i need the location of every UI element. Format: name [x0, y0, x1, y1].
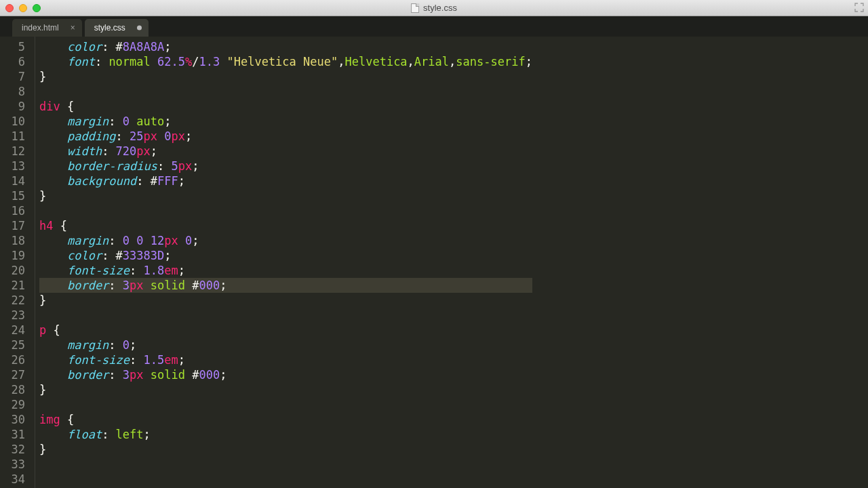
code-line[interactable]: } [39, 293, 532, 308]
code-line[interactable] [39, 308, 532, 323]
line-number: 25 [0, 338, 25, 352]
code-line[interactable]: margin: 0 auto; [39, 114, 532, 129]
line-number: 34 [0, 472, 25, 487]
line-number: 27 [0, 367, 25, 382]
line-number-gutter: 5678910111213141516171819202122232425262… [0, 37, 35, 488]
code-line[interactable]: width: 720px; [39, 144, 532, 159]
line-number: 22 [0, 293, 25, 308]
line-number: 33 [0, 457, 25, 472]
code-line[interactable] [39, 397, 532, 412]
line-number: 13 [0, 159, 25, 174]
code-line[interactable] [39, 457, 532, 472]
line-number: 14 [0, 174, 25, 188]
line-number: 16 [0, 203, 25, 218]
tab-index-html[interactable]: index.html × [12, 19, 82, 37]
zoom-icon[interactable] [33, 4, 41, 12]
code-line[interactable]: color: #8A8A8A; [39, 39, 532, 54]
code-line[interactable]: border-radius: 5px; [39, 159, 532, 174]
code-line[interactable]: img { [39, 412, 532, 427]
line-number: 26 [0, 352, 25, 367]
tab-bar: index.html × style.css [0, 16, 868, 37]
code-editor[interactable]: 5678910111213141516171819202122232425262… [0, 37, 868, 488]
code-line[interactable]: } [39, 188, 532, 203]
expand-icon[interactable] [854, 3, 864, 12]
tab-style-css[interactable]: style.css [85, 19, 149, 37]
line-number: 7 [0, 69, 25, 84]
window-title: style.css [411, 3, 457, 13]
code-line[interactable]: color: #33383D; [39, 248, 532, 263]
line-number: 6 [0, 54, 25, 69]
code-line[interactable]: border: 3px solid #000; [39, 367, 532, 382]
line-number: 11 [0, 129, 25, 144]
line-number: 21 [0, 278, 25, 293]
code-line[interactable]: font-size: 1.8em; [39, 263, 532, 278]
line-number: 17 [0, 218, 25, 233]
code-line[interactable] [39, 472, 532, 487]
line-number: 23 [0, 308, 25, 323]
code-line[interactable]: padding: 25px 0px; [39, 129, 532, 144]
tab-label: style.css [94, 23, 125, 33]
window-title-text: style.css [423, 3, 457, 13]
tab-label: index.html [22, 23, 59, 33]
code-line[interactable]: } [39, 442, 532, 457]
dirty-dot-icon [137, 26, 142, 30]
code-area[interactable]: color: #8A8A8A; font: normal 62.5%/1.3 "… [35, 37, 532, 488]
close-icon[interactable] [5, 4, 14, 12]
line-number: 29 [0, 397, 25, 412]
code-line[interactable]: } [39, 69, 532, 84]
line-number: 28 [0, 382, 25, 397]
line-number: 12 [0, 144, 25, 159]
code-line[interactable]: font: normal 62.5%/1.3 "Helvetica Neue",… [39, 54, 532, 69]
code-line[interactable]: font-size: 1.5em; [39, 352, 532, 367]
minimize-icon[interactable] [19, 4, 27, 12]
line-number: 20 [0, 263, 25, 278]
code-line[interactable]: } [39, 382, 532, 397]
line-number: 9 [0, 99, 25, 114]
code-line[interactable]: margin: 0 0 12px 0; [39, 233, 532, 248]
line-number: 19 [0, 248, 25, 263]
code-line[interactable]: margin: 0; [39, 338, 532, 352]
line-number: 24 [0, 323, 25, 338]
line-number: 32 [0, 442, 25, 457]
code-line[interactable]: float: left; [39, 427, 532, 442]
document-icon [411, 3, 419, 13]
code-line[interactable] [39, 84, 532, 99]
line-number: 5 [0, 39, 25, 54]
line-number: 18 [0, 233, 25, 248]
line-number: 15 [0, 188, 25, 203]
line-number: 30 [0, 412, 25, 427]
code-line[interactable]: h4 { [39, 218, 532, 233]
line-number: 8 [0, 84, 25, 99]
code-line[interactable]: background: #FFF; [39, 174, 532, 188]
window-titlebar: style.css [0, 0, 868, 16]
window-controls [5, 4, 41, 12]
code-line[interactable]: p { [39, 323, 532, 338]
code-line[interactable] [39, 203, 532, 218]
close-icon[interactable]: × [71, 23, 75, 33]
line-number: 10 [0, 114, 25, 129]
code-line[interactable]: div { [39, 99, 532, 114]
code-line[interactable]: border: 3px solid #000; [39, 278, 532, 293]
line-number: 31 [0, 427, 25, 442]
